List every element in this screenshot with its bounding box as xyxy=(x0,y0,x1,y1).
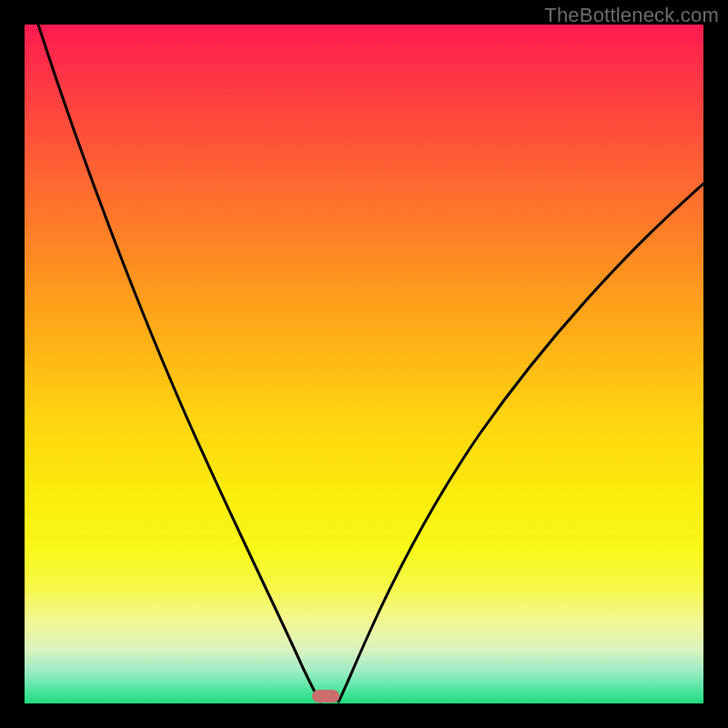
minimum-marker xyxy=(312,690,339,703)
plot-area xyxy=(25,25,703,703)
bottleneck-curve xyxy=(25,25,703,703)
chart-frame: TheBottleneck.com xyxy=(0,0,728,728)
curve-right-branch xyxy=(339,184,703,702)
curve-left-branch xyxy=(38,25,320,702)
